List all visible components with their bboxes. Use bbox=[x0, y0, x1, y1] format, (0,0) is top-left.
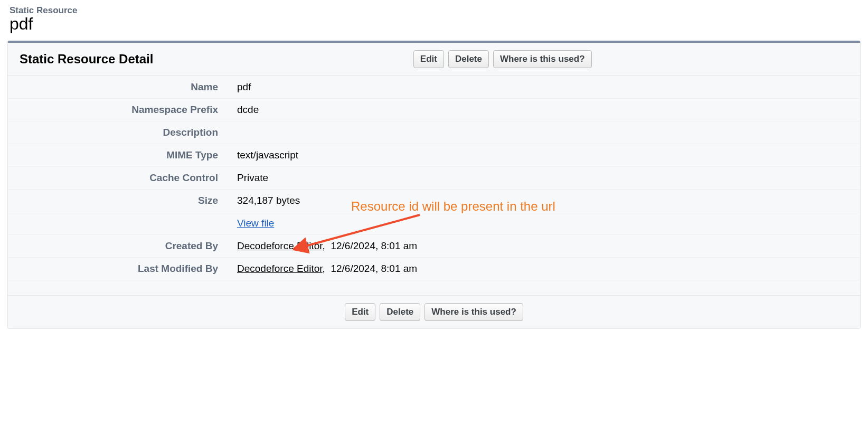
detail-table: Name pdf Namespace Prefix dcde Descripti… bbox=[8, 76, 860, 295]
panel-title: Static Resource Detail bbox=[20, 52, 153, 67]
spacer-row bbox=[8, 280, 860, 295]
panel-footer: Edit Delete Where is this used? bbox=[8, 295, 860, 328]
page-overline: Static Resource bbox=[10, 5, 858, 16]
panel-header-buttons: Edit Delete Where is this used? bbox=[153, 50, 852, 68]
label-cache-control: Cache Control bbox=[8, 167, 230, 190]
row-size: Size 324,187 bytes bbox=[8, 190, 860, 212]
value-last-modified-by: Decodeforce Editor, 12/6/2024, 8:01 am bbox=[230, 258, 860, 280]
label-name: Name bbox=[8, 76, 230, 99]
delete-button[interactable]: Delete bbox=[448, 50, 489, 68]
row-description: Description bbox=[8, 121, 860, 144]
row-last-modified-by: Last Modified By Decodeforce Editor, 12/… bbox=[8, 258, 860, 280]
value-description bbox=[230, 121, 860, 144]
label-view-file-empty bbox=[8, 212, 230, 235]
row-cache-control: Cache Control Private bbox=[8, 167, 860, 190]
last-modified-sep: , bbox=[323, 263, 331, 274]
row-namespace-prefix: Namespace Prefix dcde bbox=[8, 99, 860, 121]
edit-button-footer[interactable]: Edit bbox=[345, 303, 375, 321]
where-used-button[interactable]: Where is this used? bbox=[493, 50, 592, 68]
value-size: 324,187 bytes bbox=[230, 190, 860, 212]
label-last-modified-by: Last Modified By bbox=[8, 258, 230, 280]
detail-panel: Static Resource Detail Edit Delete Where… bbox=[7, 41, 861, 329]
value-name: pdf bbox=[230, 76, 860, 99]
label-namespace-prefix: Namespace Prefix bbox=[8, 99, 230, 121]
created-by-user-link[interactable]: Decodeforce Editor bbox=[237, 240, 323, 251]
label-description: Description bbox=[8, 121, 230, 144]
last-modified-ts: 12/6/2024, 8:01 am bbox=[331, 263, 417, 274]
value-cache-control: Private bbox=[230, 167, 860, 190]
created-by-ts: 12/6/2024, 8:01 am bbox=[331, 240, 417, 251]
value-created-by: Decodeforce Editor, 12/6/2024, 8:01 am bbox=[230, 235, 860, 258]
edit-button[interactable]: Edit bbox=[413, 50, 444, 68]
page-header: Static Resource pdf bbox=[0, 0, 868, 37]
label-mime-type: MIME Type bbox=[8, 144, 230, 167]
panel-footer-buttons: Edit Delete Where is this used? bbox=[345, 303, 523, 321]
page-title: pdf bbox=[10, 15, 858, 33]
row-name: Name pdf bbox=[8, 76, 860, 99]
row-view-file: View file bbox=[8, 212, 860, 235]
label-created-by: Created By bbox=[8, 235, 230, 258]
row-mime-type: MIME Type text/javascript bbox=[8, 144, 860, 167]
delete-button-footer[interactable]: Delete bbox=[380, 303, 420, 321]
view-file-link[interactable]: View file bbox=[237, 218, 274, 229]
created-by-sep: , bbox=[323, 240, 331, 251]
last-modified-user-link[interactable]: Decodeforce Editor bbox=[237, 263, 323, 274]
where-used-button-footer[interactable]: Where is this used? bbox=[424, 303, 523, 321]
value-view-file: View file bbox=[230, 212, 860, 235]
value-namespace-prefix: dcde bbox=[230, 99, 860, 121]
value-mime-type: text/javascript bbox=[230, 144, 860, 167]
row-created-by: Created By Decodeforce Editor, 12/6/2024… bbox=[8, 235, 860, 258]
panel-header: Static Resource Detail Edit Delete Where… bbox=[8, 43, 860, 76]
label-size: Size bbox=[8, 190, 230, 212]
